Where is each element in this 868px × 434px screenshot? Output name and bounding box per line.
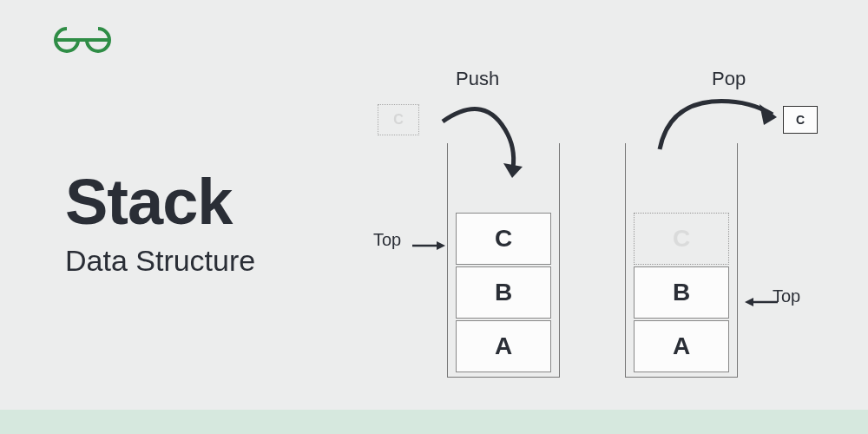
stack-cell: A	[634, 320, 729, 372]
page-subtitle: Data Structure	[65, 244, 255, 278]
stack-cell: A	[456, 320, 551, 372]
push-incoming-ghost: C	[378, 104, 419, 135]
push-stack-container: C B A	[447, 143, 560, 378]
stack-diagram: Push Pop C C C B A C B A Top Top	[373, 61, 851, 399]
pop-label: Pop	[712, 68, 746, 90]
cell-value: B	[495, 279, 512, 306]
cell-value: C	[673, 225, 690, 253]
stack-cell: B	[634, 266, 729, 319]
arrow-right-icon	[412, 239, 447, 253]
push-label: Push	[456, 68, 499, 90]
pop-outgoing-box: C	[783, 106, 818, 134]
geeksforgeeks-logo	[52, 26, 113, 57]
ghost-letter: C	[393, 112, 404, 128]
pop-stack-container: C B A	[625, 143, 738, 378]
svg-marker-4	[437, 241, 445, 250]
footer-accent-bar	[0, 410, 868, 434]
stack-cell: C	[456, 213, 551, 265]
page-title: Stack	[65, 165, 255, 239]
svg-marker-2	[760, 104, 777, 125]
svg-marker-6	[745, 298, 753, 306]
title-block: Stack Data Structure	[65, 165, 255, 278]
stack-cell-ghost: C	[634, 213, 729, 265]
top-label-left: Top	[373, 230, 401, 250]
cell-value: A	[495, 332, 512, 360]
cell-value: C	[495, 225, 512, 253]
cell-value: B	[673, 279, 690, 306]
stack-cell: B	[456, 266, 551, 319]
outgoing-letter: C	[796, 113, 805, 127]
arrow-left-icon	[743, 295, 778, 309]
cell-value: A	[673, 332, 690, 360]
